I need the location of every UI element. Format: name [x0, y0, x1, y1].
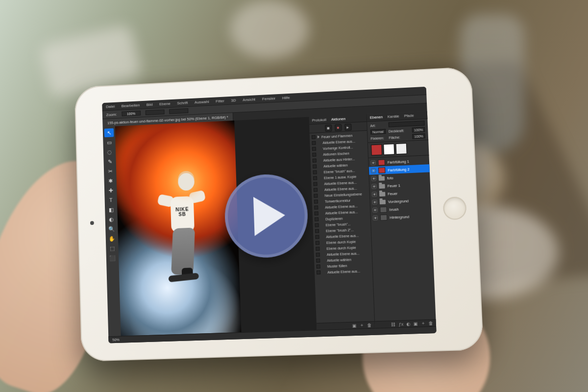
menu-bild[interactable]: Bild	[146, 102, 152, 106]
visibility-toggle[interactable]: 👁	[371, 184, 376, 189]
folder-icon	[380, 199, 386, 204]
actions-list[interactable]: Feuer und Flammen Aktuelle Ebene aus...V…	[310, 131, 374, 323]
filter-icons[interactable]	[388, 121, 425, 127]
tool-1[interactable]: ▭	[104, 138, 114, 147]
action-set-name: Feuer und Flammen	[321, 134, 352, 139]
tool-11[interactable]: ✋	[107, 234, 117, 244]
tab-paths[interactable]: Pfade	[404, 113, 414, 118]
menu-bearbeiten[interactable]: Bearbeiten	[122, 103, 140, 108]
visibility-toggle[interactable]: 👁	[372, 192, 377, 196]
tab-protocol[interactable]: Protokoll	[312, 118, 326, 122]
mask-swatch	[383, 144, 394, 155]
lock-label: Fixieren:	[370, 136, 386, 140]
tab-channels[interactable]: Kanäle	[388, 114, 399, 119]
visibility-toggle[interactable]: 👁	[370, 160, 375, 165]
tool-13[interactable]: ⬛	[108, 253, 118, 263]
layer-name: Vordergrund	[388, 198, 409, 204]
layer-name: Feuer	[388, 191, 397, 196]
menu-ebene[interactable]: Ebene	[159, 101, 171, 106]
menu-fenster[interactable]: Fenster	[262, 96, 275, 101]
tablet-camera	[90, 221, 94, 225]
tool-7[interactable]: T	[106, 196, 116, 205]
layer-name: Farbfüllung 1	[388, 159, 410, 165]
play-icon	[253, 196, 286, 236]
tool-2[interactable]: ◌	[105, 147, 115, 157]
folder-icon	[379, 176, 385, 181]
fill-field[interactable]: 100%	[412, 133, 425, 139]
actions-panel: Protokoll Aktionen ■ ● ▸ Feuer und Flamm…	[309, 114, 375, 330]
layer-thumbnail	[380, 215, 388, 221]
new-action-icon[interactable]: ＋	[360, 322, 365, 328]
tool-12[interactable]: ⬚	[107, 244, 117, 253]
right-panels: Protokoll Aktionen ■ ● ▸ Feuer und Flamm…	[309, 111, 436, 330]
tool-9[interactable]: ◐	[106, 215, 116, 224]
tool-5[interactable]: ✱	[105, 176, 115, 186]
hoodie-text: NIKE SB	[174, 207, 190, 222]
layers-list[interactable]: 👁Farbfüllung 1👁Farbfüllung 2👁foto👁Feuer …	[368, 155, 436, 321]
folder-icon	[379, 192, 385, 196]
layer-thumbnail	[378, 167, 386, 173]
tab-layers[interactable]: Ebenen	[370, 115, 383, 120]
layer-thumbnail	[380, 207, 387, 213]
filter-label: Art:	[370, 123, 385, 127]
tablet-device: DateiBearbeitenBildEbeneSchriftAuswahlFi…	[74, 67, 484, 362]
mask-swatch	[395, 143, 407, 154]
tool-4[interactable]: ✂	[105, 167, 115, 176]
home-button[interactable]	[443, 196, 467, 220]
options-widget[interactable]	[145, 109, 164, 115]
visibility-toggle[interactable]: 👁	[371, 168, 376, 173]
menu-auswahl[interactable]: Auswahl	[195, 99, 209, 104]
new-set-icon[interactable]: ▣	[352, 323, 357, 328]
menu-3d[interactable]: 3D	[231, 98, 236, 102]
trash-icon[interactable]: 🗑	[428, 320, 433, 325]
layer-thumbnail	[378, 159, 385, 166]
fill-label: Fläche:	[389, 135, 409, 139]
visibility-toggle[interactable]: 👁	[371, 176, 376, 181]
folder-icon	[379, 184, 385, 189]
tablet-screen: DateiBearbeitenBildEbeneSchriftAuswahlFi…	[102, 87, 436, 343]
tab-actions[interactable]: Aktionen	[331, 117, 346, 122]
menu-hilfe[interactable]: Hilfe	[282, 95, 290, 100]
tool-3[interactable]: ✎	[105, 157, 115, 166]
group-icon[interactable]: ▣	[414, 321, 418, 326]
layer-name: foto	[387, 175, 393, 180]
blend-mode[interactable]: Normal	[370, 129, 386, 134]
zoom-label: Zoom:	[106, 112, 117, 117]
opacity-field[interactable]: 100%	[412, 127, 425, 132]
tool-10[interactable]: 🔍	[107, 224, 117, 234]
tool-0[interactable]: ↖	[104, 128, 114, 138]
status-zoom: 50%	[112, 338, 120, 342]
visibility-toggle[interactable]: 👁	[373, 216, 378, 220]
options-widget[interactable]	[169, 108, 188, 114]
layer-name: Feuer 1	[387, 183, 400, 188]
tool-8[interactable]: ◧	[106, 205, 116, 215]
menu-filter[interactable]: Filter	[216, 98, 224, 103]
mask-icon[interactable]: ◐	[406, 321, 411, 326]
layer-name: Farbfüllung 2	[388, 167, 410, 172]
stop-button[interactable]: ■	[325, 124, 332, 132]
visibility-toggle[interactable]: 👁	[372, 199, 377, 204]
layer-name: Hintergrund	[390, 214, 409, 220]
record-button[interactable]: ●	[335, 124, 342, 131]
tool-6[interactable]: ✚	[106, 186, 116, 195]
play-action-button[interactable]: ▸	[344, 123, 352, 131]
layer-name: brush	[389, 207, 398, 212]
new-layer-icon[interactable]: ＋	[421, 320, 426, 327]
swatch	[371, 144, 382, 155]
visibility-toggle[interactable]: 👁	[372, 207, 377, 212]
menu-schrift[interactable]: Schrift	[177, 100, 188, 105]
layers-options[interactable]: Art: Normal Deckkraft: 100% Fixieren: Fl…	[367, 119, 428, 143]
menu-ansicht[interactable]: Ansicht	[243, 97, 255, 102]
artwork: NIKE SB	[115, 121, 242, 336]
fx-icon[interactable]: ƒx	[398, 321, 403, 326]
layers-panel: Ebenen Kanäle Pfade Art: Normal Deckkraf…	[367, 111, 436, 328]
link-icon[interactable]: ⛓	[391, 322, 396, 327]
zoom-value-field[interactable]: 100%	[122, 111, 141, 117]
trash-icon[interactable]: 🗑	[367, 322, 372, 327]
opacity-label: Deckkraft:	[389, 128, 409, 133]
menu-datei[interactable]: Datei	[106, 104, 115, 109]
